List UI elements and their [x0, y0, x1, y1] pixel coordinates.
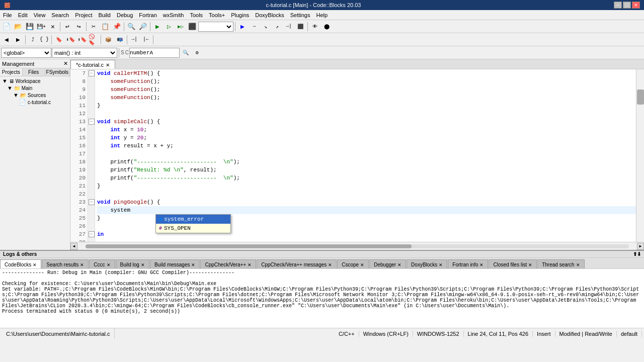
bottom-tab-buildmsg[interactable]: Build messages ✕ — [150, 259, 200, 268]
menu-settings[interactable]: Settings — [287, 10, 313, 20]
global-scope-dropdown[interactable]: <global> — [1, 48, 51, 58]
menu-tools-plus[interactable]: Tools+ — [206, 10, 228, 20]
bottom-tab-cppcheck[interactable]: CppCheck/Vera++ ✕ — [200, 259, 256, 268]
fold-7[interactable]: − — [88, 69, 95, 77]
tab-files[interactable]: Files — [23, 68, 45, 76]
cut-btn[interactable]: ✂ — [88, 21, 99, 32]
fold-27[interactable]: − — [88, 230, 95, 238]
tree-workspace[interactable]: ▼ 🖥 Workspace — [1, 77, 69, 84]
editor-v-scrollbar[interactable] — [636, 69, 644, 242]
editor-tab-main[interactable]: *c-tutorial.c ✕ — [70, 60, 115, 69]
menu-edit[interactable]: Edit — [15, 10, 31, 20]
ac-item-system-error[interactable]: ⊕ system_error — [156, 215, 230, 224]
close-btn-tb[interactable]: ✕ — [47, 21, 58, 32]
stop-debug-btn[interactable]: ⬛ — [295, 21, 306, 32]
next-bookmark-btn[interactable]: ⬇🔖 — [65, 34, 76, 45]
indent-btn[interactable]: →| — [129, 34, 140, 45]
menu-tools[interactable]: Tools — [187, 10, 206, 20]
bottom-tab-buildmsg-close[interactable]: ✕ — [191, 262, 195, 267]
maximize-button[interactable]: □ — [623, 2, 631, 9]
breakpoints-btn[interactable]: ⬤ — [321, 21, 332, 32]
tree-main[interactable]: ▼ 📁 Main — [1, 84, 69, 92]
search-go-btn[interactable]: 🔍 — [180, 47, 191, 58]
menu-help[interactable]: Help — [313, 10, 331, 20]
menu-wxsmith[interactable]: wxSmith — [160, 10, 187, 20]
code-editor[interactable]: 7 8 9 10 11 12 13 14 15 16 17 18 19 20 2… — [70, 69, 644, 242]
bottom-tab-doxy-close[interactable]: ✕ — [439, 262, 443, 267]
match-brace-btn[interactable]: { } — [39, 34, 50, 45]
menu-view[interactable]: View — [31, 10, 49, 20]
bottom-tab-debugger[interactable]: Debugger ✕ — [369, 259, 406, 268]
menu-search[interactable]: Search — [48, 10, 72, 20]
code-content[interactable]: void callerMITM() { someFunction(); some… — [95, 69, 636, 242]
ac-item-sys-open[interactable]: # SYS_OPEN — [156, 224, 230, 233]
bottom-tab-cppcheck-msg-close[interactable]: ✕ — [328, 262, 332, 267]
paste-btn[interactable]: 📌 — [111, 21, 122, 32]
minimize-button[interactable]: − — [614, 2, 622, 9]
new-btn[interactable]: 📄 — [1, 21, 12, 32]
find-btn[interactable]: 🔍 — [126, 21, 137, 32]
bottom-tab-closed-close[interactable]: ✕ — [528, 262, 532, 267]
step-out-btn[interactable]: ↗ — [272, 21, 283, 32]
bottom-tab-doxy[interactable]: DoxyBlocks ✕ — [407, 259, 447, 268]
tree-sources[interactable]: ▼ 📂 Sources — [1, 92, 69, 99]
build-btn[interactable]: ▶ — [152, 21, 163, 32]
menu-fortran[interactable]: Fortran — [136, 10, 159, 20]
stop-btn[interactable]: ⬛ — [187, 21, 198, 32]
search-options-btn[interactable]: ⚙ — [192, 47, 203, 58]
clear-bookmarks-btn[interactable]: 🚫🔖 — [88, 34, 99, 45]
management-close[interactable]: ✕ — [63, 60, 68, 67]
replace-btn[interactable]: 🔎 — [137, 21, 148, 32]
bottom-tab-fortran[interactable]: Fortran info ✕ — [448, 259, 488, 268]
watches-btn[interactable]: 👁 — [309, 21, 320, 32]
menu-project[interactable]: Project — [72, 10, 95, 20]
bottom-tab-cscope-close[interactable]: ✕ — [360, 262, 364, 267]
save-all-btn[interactable]: 💾+ — [36, 21, 47, 32]
bottom-tab-thread[interactable]: Thread search ✕ — [537, 259, 584, 268]
panel-resize-icon[interactable]: ⬆⬇ — [633, 251, 641, 257]
bottom-tab-search[interactable]: Search results ✕ — [42, 259, 89, 268]
autocomplete-popup[interactable]: ⊕ system_error # SYS_OPEN — [155, 214, 231, 233]
debug-btn[interactable]: ▶ — [237, 21, 248, 32]
tab-projects[interactable]: Projects — [0, 68, 23, 76]
scroll-right-btn[interactable]: ▶ — [637, 243, 644, 250]
menu-build[interactable]: Build — [95, 10, 113, 20]
tab-close-icon[interactable]: ✕ — [106, 62, 110, 68]
close-button[interactable]: ✕ — [632, 2, 640, 9]
redo-btn[interactable]: ↪ — [73, 21, 85, 32]
function-dropdown[interactable]: main() : int — [52, 48, 117, 58]
bottom-tab-fortran-close[interactable]: ✕ — [479, 262, 484, 267]
next-btn[interactable]: ▶ — [13, 34, 24, 45]
tab-fsymbols[interactable]: FSymbols — [45, 68, 70, 76]
undo-btn[interactable]: ↩ — [62, 21, 73, 32]
unfold-btn[interactable]: 📭 — [114, 34, 125, 45]
bottom-tab-closed[interactable]: Closed files list ✕ — [489, 259, 537, 268]
bottom-tab-thread-close[interactable]: ✕ — [576, 262, 580, 267]
menu-debug[interactable]: Debug — [114, 10, 136, 20]
run-to-cursor-btn[interactable]: →| — [283, 21, 294, 32]
bottom-tab-cccc[interactable]: Cccc ✕ — [89, 259, 115, 268]
bottom-tab-cppcheck-msg[interactable]: CppCheck/Vera++ messages ✕ — [257, 259, 337, 268]
copy-btn[interactable]: 📋 — [100, 21, 111, 32]
bottom-tab-codeblocks-close[interactable]: ✕ — [33, 262, 37, 267]
step-btn[interactable]: → — [249, 21, 260, 32]
scroll-thumb[interactable] — [86, 244, 412, 248]
toggle-folds-btn[interactable]: 📦 — [103, 34, 114, 45]
bottom-tab-codeblocks[interactable]: CodeBlocks ✕ — [0, 259, 41, 268]
fold-13[interactable]: − — [88, 118, 95, 126]
prev-btn[interactable]: ◀ — [1, 34, 12, 45]
run-btn[interactable]: ▷ — [164, 21, 175, 32]
bottom-tab-debugger-close[interactable]: ✕ — [397, 262, 401, 267]
menu-doxyblocks[interactable]: DoxyBlocks — [252, 10, 287, 20]
step-in-btn[interactable]: ↘ — [260, 21, 271, 32]
tree-c-tutorial[interactable]: 📄 c-tutorial.c — [1, 99, 69, 106]
unindent-btn[interactable]: |← — [140, 34, 151, 45]
bottom-tab-buildlog-close[interactable]: ✕ — [141, 262, 145, 267]
bottom-tab-search-close[interactable]: ✕ — [80, 262, 84, 267]
open-btn[interactable]: 📂 — [13, 21, 24, 32]
save-btn[interactable]: 💾 — [24, 21, 35, 32]
bottom-tab-cppcheck-close[interactable]: ✕ — [248, 262, 252, 267]
bottom-tab-cscope[interactable]: Cscope ✕ — [337, 259, 369, 268]
editor-h-scrollbar[interactable]: ◀ ▶ — [70, 242, 644, 250]
build-target-dropdown[interactable]: Debug — [198, 22, 233, 32]
